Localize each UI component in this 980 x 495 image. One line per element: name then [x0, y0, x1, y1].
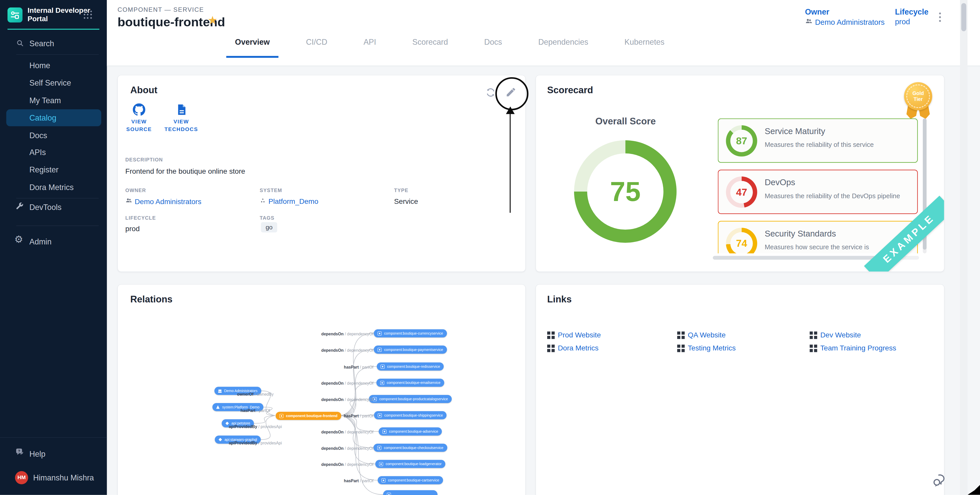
dashboard-icon — [547, 331, 550, 334]
overall-score-donut: 75 — [574, 140, 676, 243]
edge-label: dependsOn / dependencyOf — [321, 462, 374, 467]
metric-donut: 74 — [726, 228, 757, 253]
relation-node[interactable]: component:boutique-adservice — [379, 427, 442, 436]
about-card: About VIEW SOURCE VIEW TECHDOCS DESCRIPT… — [118, 75, 526, 272]
tab-docs[interactable]: Docs — [476, 38, 511, 58]
lifecycle-label: Lifecycle — [895, 7, 928, 16]
edge-label: hasPart / partOf — [240, 408, 270, 413]
metric-donut: 47 — [726, 177, 757, 208]
chat-icon[interactable] — [931, 471, 948, 489]
sidebar-item-search[interactable]: Search — [29, 39, 54, 48]
annotation-arrowhead — [506, 107, 514, 114]
sidebar-item-admin[interactable]: Admin — [29, 237, 52, 246]
dashboard-icon — [547, 345, 550, 348]
link-qa-website[interactable]: QA Website — [677, 331, 726, 339]
group-icon — [218, 389, 221, 393]
about-title: About — [130, 84, 158, 95]
link-team-training-progress[interactable]: Team Training Progress — [810, 344, 896, 352]
edge-label: dependsOn / dependencyOf — [321, 446, 374, 450]
relation-node[interactable]: component:boutique-currencyservice — [374, 329, 447, 337]
relation-node[interactable]: component:boutique-emailservice — [376, 379, 444, 387]
sidebar-item-apis[interactable]: APIs — [29, 147, 46, 157]
metric-card-service-maturity[interactable]: 87 Service Maturity Measures the reliabi… — [718, 118, 918, 163]
system-field-link[interactable]: Platform_Demo — [259, 197, 318, 205]
sidebar-item-catalog[interactable]: Catalog — [29, 113, 56, 123]
relation-node[interactable]: component:boutique-shippingservice — [374, 411, 447, 419]
owner-link[interactable]: Demo Administrators — [805, 18, 885, 27]
sidebar-divider — [16, 54, 99, 55]
page-scrollbar[interactable] — [960, 0, 967, 495]
component-icon — [280, 414, 283, 418]
dashboard-icon — [810, 345, 813, 348]
edge-label: dependsOn / dependencyOf — [321, 331, 374, 336]
owner-label: Owner — [805, 7, 829, 16]
sidebar-item-self-service[interactable]: Self Service — [29, 78, 71, 88]
user-name[interactable]: Himanshu Mishra — [33, 473, 94, 482]
link-dev-website[interactable]: Dev Website — [810, 331, 861, 339]
api-icon — [225, 422, 229, 425]
refresh-icon[interactable] — [485, 87, 496, 99]
edge-label: dependsOn / dependencyOf — [321, 381, 374, 386]
favorite-star-icon[interactable]: ★ — [207, 14, 217, 27]
app-logo-icon — [7, 7, 22, 22]
lifecycle-value: prod — [895, 18, 910, 26]
relation-node[interactable]: component:boutique-cartservice — [378, 476, 443, 484]
component-icon — [382, 478, 385, 482]
wrench-icon — [15, 202, 24, 212]
view-techdocs-button[interactable]: VIEW TECHDOCS — [158, 103, 205, 133]
tab-dependencies[interactable]: Dependencies — [530, 38, 597, 58]
sidebar-divider — [0, 437, 107, 438]
description-label: DESCRIPTION — [126, 157, 163, 163]
relation-node[interactable]: component:boutique-checkoutservice — [374, 444, 447, 452]
mouse-cursor — [967, 485, 980, 495]
sidebar-divider — [16, 198, 99, 199]
link-testing-metrics[interactable]: Testing Metrics — [677, 344, 736, 352]
group-icon — [805, 18, 812, 27]
tab-overview[interactable]: Overview — [226, 38, 279, 58]
view-source-button[interactable]: VIEW SOURCE — [120, 103, 158, 133]
tab-cicd[interactable]: CI/CD — [298, 38, 336, 58]
relation-node-center[interactable]: component:boutique-frontend — [276, 412, 341, 420]
apps-grid-icon[interactable] — [84, 11, 92, 19]
relation-node[interactable]: component:boutique-productcatalogservice — [369, 395, 452, 403]
edge-label: hasPart / partOf — [344, 414, 374, 418]
component-icon — [380, 380, 384, 385]
gold-tier-label: Gold Tier — [908, 91, 928, 102]
breadcrumb: COMPONENT — SERVICE — [118, 6, 204, 13]
sidebar-item-home[interactable]: Home — [29, 60, 50, 70]
link-prod-website[interactable]: Prod Website — [547, 331, 601, 339]
sidebar-item-my-team[interactable]: My Team — [29, 95, 61, 105]
sidebar-item-docs[interactable]: Docs — [29, 131, 47, 140]
page-scrollbar-thumb[interactable] — [961, 3, 966, 31]
tag-chip-go[interactable]: go — [261, 222, 277, 232]
more-options-icon[interactable] — [938, 13, 942, 24]
dashboard-icon — [677, 345, 680, 348]
relation-node[interactable]: component:boutique-loadgenerator — [375, 460, 445, 468]
tab-scorecard[interactable]: Scorecard — [404, 38, 457, 58]
sidebar: Internal Developer Portal Search Home Se… — [0, 0, 107, 495]
owner-field-link[interactable]: Demo Administrators — [126, 197, 202, 206]
relation-node[interactable]: component:boutique-redisservice — [377, 363, 444, 371]
tab-kubernetes[interactable]: Kubernetes — [616, 38, 673, 58]
tab-api[interactable]: API — [355, 38, 385, 58]
sidebar-item-devtools[interactable]: DevTools — [29, 202, 62, 212]
metrics-hscrollbar-thumb[interactable] — [713, 256, 875, 260]
relation-node[interactable]: component:boutique-paymentservice — [374, 345, 447, 354]
user-avatar[interactable]: HM — [15, 471, 28, 484]
link-dora-metrics[interactable]: Dora Metrics — [547, 344, 598, 352]
links-card: Links Prod Website QA Website Dev Websit… — [536, 284, 945, 495]
component-icon — [382, 429, 387, 433]
relations-graph: component:boutique-frontend Demo Adminis… — [118, 285, 525, 495]
edge-label: dependsOn / dependencyOf — [321, 348, 374, 352]
metric-card-devops[interactable]: 47 DevOps Measures the reliability of th… — [718, 170, 918, 214]
relation-node[interactable] — [383, 490, 438, 495]
type-field-label: TYPE — [394, 188, 408, 193]
sidebar-item-help[interactable]: Help — [29, 449, 46, 459]
sidebar-item-dora-metrics[interactable]: Dora Metrics — [29, 182, 73, 192]
github-icon — [133, 103, 145, 116]
component-icon — [387, 492, 391, 495]
relations-card: Relations component:boutique-frontend De… — [118, 284, 526, 495]
annotation-circle — [495, 77, 528, 110]
sidebar-item-register[interactable]: Register — [29, 165, 59, 175]
gear-icon: ⚙ — [14, 234, 23, 245]
